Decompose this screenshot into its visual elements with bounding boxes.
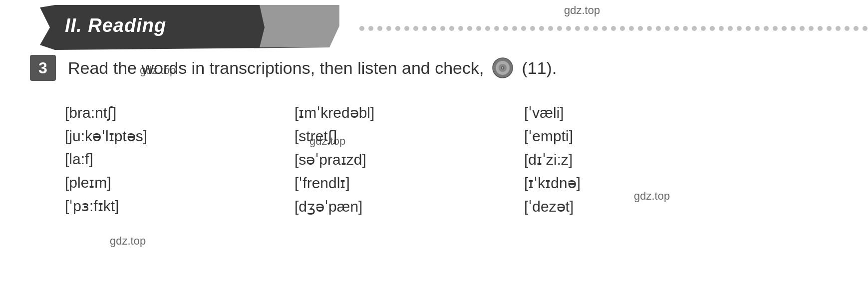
dot [728, 26, 733, 31]
word-item: [la:f] [65, 148, 265, 171]
dot [836, 26, 841, 31]
dot [530, 26, 535, 31]
cd-icon [492, 57, 514, 79]
dot [863, 26, 868, 31]
dot [809, 26, 814, 31]
word-item: [ˈempti] [524, 124, 704, 148]
word-item: [ˈvæli] [524, 101, 704, 124]
words-column-1: [bra:ntʃ] [ju:kəˈlɪptəs] [la:f] [pleɪm] … [65, 101, 265, 218]
dot [674, 26, 679, 31]
dot [557, 26, 562, 31]
dot [782, 26, 787, 31]
word-item: [dɪˈzi:z] [524, 148, 704, 171]
audio-ref: (11). [522, 58, 557, 78]
dot [404, 26, 409, 31]
dot [620, 26, 625, 31]
dot [719, 26, 724, 31]
svg-marker-1 [260, 5, 339, 47]
exercise-number: 3 [30, 55, 56, 81]
dotted-line-decoration [359, 26, 859, 31]
dot [566, 26, 571, 31]
dot [593, 26, 598, 31]
dot [737, 26, 742, 31]
dot [656, 26, 661, 31]
watermark-1: gdz.top [564, 4, 600, 17]
dot [791, 26, 796, 31]
dot [845, 26, 850, 31]
exercise-row: 3 Read the words in transcriptions, then… [0, 55, 868, 81]
instruction-text: Read the words in transcriptions, then l… [68, 58, 484, 78]
dot [449, 26, 454, 31]
dot [359, 26, 364, 31]
dot [467, 26, 472, 31]
dot [368, 26, 373, 31]
dot [413, 26, 418, 31]
dot [584, 26, 589, 31]
dot [692, 26, 697, 31]
dot [629, 26, 634, 31]
words-column-2: [ɪmˈkredəbl] [stretʃ] [səˈpraɪzd] [ˈfren… [265, 101, 504, 218]
word-item: [ɪˈkɪdnə] [524, 171, 704, 195]
main-content: 3 Read the words in transcriptions, then… [0, 55, 868, 223]
word-item: [stretʃ] [294, 124, 504, 148]
word-item: [bra:ntʃ] [65, 101, 265, 124]
word-item: [ɪmˈkredəbl] [294, 101, 504, 124]
dot [818, 26, 823, 31]
dot [485, 26, 490, 31]
dot [503, 26, 508, 31]
dot [611, 26, 616, 31]
svg-point-6 [502, 67, 504, 69]
dot [458, 26, 463, 31]
dot [575, 26, 580, 31]
dot [377, 26, 382, 31]
dot [773, 26, 778, 31]
dot [548, 26, 553, 31]
dot [746, 26, 751, 31]
dot [440, 26, 445, 31]
watermark-5: gdz.top [110, 235, 146, 248]
dot [602, 26, 607, 31]
dot [701, 26, 706, 31]
dot [665, 26, 670, 31]
dot [800, 26, 805, 31]
dot [395, 26, 400, 31]
dot [494, 26, 499, 31]
dot [710, 26, 715, 31]
dot [638, 26, 643, 31]
dot [539, 26, 544, 31]
dot [683, 26, 688, 31]
banner-title: II. Reading [65, 15, 166, 36]
dot [521, 26, 526, 31]
word-item: [dʒəˈpæn] [294, 195, 504, 218]
word-item: [pleɪm] [65, 171, 265, 194]
dot [755, 26, 760, 31]
words-column-3: [ˈvæli] [ˈempti] [dɪˈzi:z] [ɪˈkɪdnə] [ˈd… [504, 101, 704, 218]
dot [512, 26, 517, 31]
words-grid: [bra:ntʃ] [ju:kəˈlɪptəs] [la:f] [pleɪm] … [0, 96, 868, 223]
header-area: II. Reading [0, 0, 868, 60]
exercise-instruction: Read the words in transcriptions, then l… [68, 57, 557, 79]
dot [422, 26, 427, 31]
dot [476, 26, 481, 31]
dot [386, 26, 391, 31]
dot [431, 26, 436, 31]
dot [764, 26, 769, 31]
word-item: [səˈpraɪzd] [294, 148, 504, 171]
dot [854, 26, 859, 31]
dot [647, 26, 652, 31]
word-item: [ju:kəˈlɪptəs] [65, 124, 265, 148]
word-item: [ˈfrendlɪ] [294, 171, 504, 195]
word-item: [ˈpɜ:fɪkt] [65, 194, 265, 218]
word-item: [ˈdezət] [524, 195, 704, 218]
dot [827, 26, 832, 31]
